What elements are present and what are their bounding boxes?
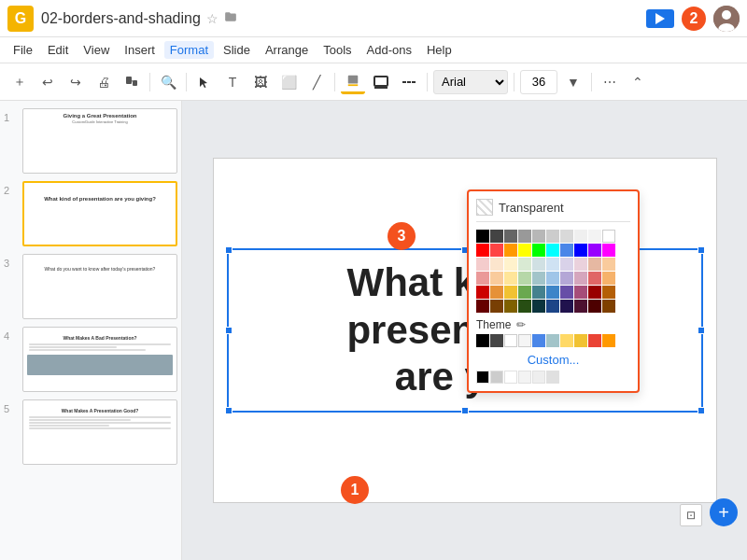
slide-item-2[interactable]: 2 What kind of presentation are you givi…: [4, 181, 177, 246]
color-swatch[interactable]: [574, 286, 587, 299]
floating-add-button[interactable]: +: [710, 498, 738, 526]
color-swatch[interactable]: [588, 230, 601, 243]
theme-swatch[interactable]: [476, 334, 489, 347]
menu-edit[interactable]: Edit: [42, 41, 74, 59]
color-swatch[interactable]: [602, 258, 615, 271]
line-tool[interactable]: ╱: [304, 70, 329, 94]
recent-swatch[interactable]: [504, 371, 517, 384]
color-swatch[interactable]: [588, 286, 601, 299]
color-swatch[interactable]: [574, 272, 587, 285]
text-tool[interactable]: T: [220, 70, 245, 94]
transparent-option[interactable]: Transparent: [476, 199, 630, 222]
color-swatch[interactable]: [504, 286, 517, 299]
slide-thumb-2[interactable]: What kind of presentation are you giving…: [22, 181, 177, 246]
color-swatch[interactable]: [546, 286, 559, 299]
user-avatar[interactable]: [713, 6, 740, 32]
color-swatch[interactable]: [560, 272, 573, 285]
color-swatch[interactable]: [518, 272, 531, 285]
document-title[interactable]: 02-borders-and-shading: [41, 10, 201, 27]
present-button[interactable]: [646, 9, 674, 28]
recent-swatch[interactable]: [532, 371, 545, 384]
menu-format[interactable]: Format: [164, 41, 214, 59]
color-swatch[interactable]: [602, 272, 615, 285]
resize-handle-mr[interactable]: [698, 327, 705, 334]
font-selector[interactable]: Arial: [433, 70, 508, 94]
custom-color-button[interactable]: Custom...: [528, 353, 580, 367]
theme-swatch[interactable]: [602, 334, 615, 347]
menu-view[interactable]: View: [78, 41, 115, 59]
slide-item-4[interactable]: 4 What Makes A Bad Presentation?: [4, 327, 177, 392]
color-swatch[interactable]: [476, 244, 489, 257]
slide-item-5[interactable]: 5 What Makes A Presentation Good?: [4, 399, 177, 465]
color-swatch[interactable]: [476, 300, 489, 313]
color-swatch[interactable]: [532, 286, 545, 299]
color-swatch[interactable]: [602, 230, 615, 243]
theme-swatch[interactable]: [588, 334, 601, 347]
color-swatch[interactable]: [476, 230, 489, 243]
font-size-input[interactable]: [520, 70, 557, 94]
paint-format-button[interactable]: [120, 70, 144, 94]
color-swatch[interactable]: [546, 272, 559, 285]
menu-help[interactable]: Help: [421, 41, 458, 59]
color-swatch[interactable]: [602, 286, 615, 299]
expand-button[interactable]: ⊡: [680, 504, 702, 526]
recent-swatch[interactable]: [518, 371, 531, 384]
color-swatch[interactable]: [532, 300, 545, 313]
slide-thumb-1[interactable]: Giving a Great Presentation CustomGuide …: [22, 108, 177, 174]
color-swatch[interactable]: [504, 230, 517, 243]
resize-handle-ml[interactable]: [225, 327, 233, 334]
color-swatch[interactable]: [560, 244, 573, 257]
color-swatch[interactable]: [588, 272, 601, 285]
color-swatch[interactable]: [546, 300, 559, 313]
pencil-icon[interactable]: ✏: [516, 318, 526, 331]
color-swatch[interactable]: [476, 286, 489, 299]
resize-handle-br[interactable]: [698, 407, 705, 414]
theme-swatch[interactable]: [546, 334, 559, 347]
border-dash-button[interactable]: [397, 70, 421, 94]
add-button[interactable]: ＋: [7, 70, 32, 94]
color-swatch[interactable]: [518, 258, 531, 271]
color-swatch[interactable]: [588, 244, 601, 257]
resize-handle-tr[interactable]: [698, 246, 705, 254]
color-swatch[interactable]: [546, 230, 559, 243]
menu-file[interactable]: File: [7, 41, 38, 59]
color-swatch[interactable]: [574, 300, 587, 313]
color-swatch[interactable]: [490, 286, 503, 299]
recent-swatch[interactable]: [546, 371, 559, 384]
theme-swatch[interactable]: [560, 334, 573, 347]
color-swatch[interactable]: [602, 244, 615, 257]
color-swatch[interactable]: [560, 230, 573, 243]
cursor-tool[interactable]: [192, 70, 217, 94]
color-swatch[interactable]: [560, 258, 573, 271]
color-swatch[interactable]: [518, 230, 531, 243]
color-swatch[interactable]: [518, 300, 531, 313]
fill-color-button[interactable]: [341, 70, 365, 94]
menu-tools[interactable]: Tools: [317, 41, 357, 59]
font-size-down[interactable]: ▼: [561, 70, 585, 94]
color-swatch[interactable]: [532, 244, 545, 257]
theme-swatch[interactable]: [518, 334, 531, 347]
color-swatch[interactable]: [532, 230, 545, 243]
slide-thumb-4[interactable]: What Makes A Bad Presentation?: [22, 327, 177, 392]
folder-icon[interactable]: [224, 10, 237, 26]
color-swatch[interactable]: [574, 258, 587, 271]
color-swatch[interactable]: [588, 300, 601, 313]
color-swatch[interactable]: [490, 300, 503, 313]
color-swatch[interactable]: [490, 230, 503, 243]
color-swatch[interactable]: [518, 286, 531, 299]
color-swatch[interactable]: [504, 272, 517, 285]
more-options-button[interactable]: ⋯: [598, 70, 622, 94]
color-swatch[interactable]: [588, 258, 601, 271]
menu-addons[interactable]: Add-ons: [361, 41, 417, 59]
color-swatch[interactable]: [504, 300, 517, 313]
resize-handle-bl[interactable]: [225, 407, 233, 414]
color-swatch[interactable]: [504, 258, 517, 271]
color-swatch[interactable]: [518, 244, 531, 257]
recent-swatch[interactable]: [490, 371, 503, 384]
print-button[interactable]: 🖨: [92, 70, 116, 94]
theme-swatch[interactable]: [574, 334, 587, 347]
color-swatch[interactable]: [532, 272, 545, 285]
slide-item-3[interactable]: 3 What do you want to know after today's…: [4, 254, 177, 319]
theme-swatch[interactable]: [490, 334, 503, 347]
resize-handle-bm[interactable]: [461, 407, 469, 414]
